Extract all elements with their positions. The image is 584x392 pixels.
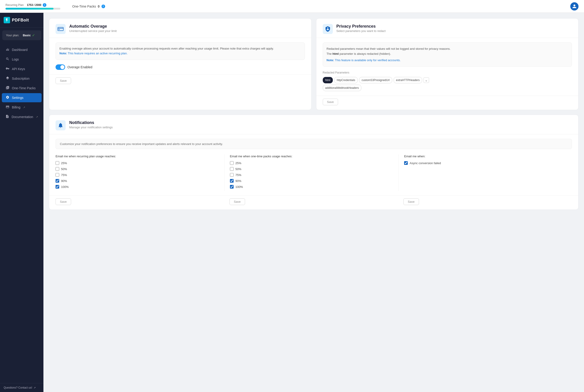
sidebar-item-one-time-packs[interactable]: One-Time Packs [2,84,42,93]
plan-name: Basic [23,34,31,37]
notifications-footer: Save Save Save [49,196,578,210]
checkbox-col1-25[interactable] [56,161,59,165]
overage-card-footer: Save [49,74,311,88]
checkbox-col2-25[interactable] [230,161,234,165]
sidebar-label-documentation: Documentation [12,115,33,119]
credit-card-icon [58,27,64,31]
checkbox-col2-75[interactable] [230,173,234,177]
stack-icon [6,86,10,90]
notifications-info-box: Customize your notification preferences … [56,139,572,149]
checkbox-col2-50[interactable] [230,167,234,171]
privacy-html-param: html [333,52,339,56]
notifications-card-icon [56,120,66,130]
overage-info-box: Enabling overage allows your account to … [56,42,305,60]
main-content: Automatic Overage Uninterrupted service … [44,13,584,392]
layers-icon [6,76,10,81]
overage-save-button[interactable]: Save [56,78,71,84]
checkbox-col1-90-label: 90% [61,179,67,183]
privacy-card-icon [323,24,333,34]
notif-col2-option-50: 50% [230,167,393,171]
checkbox-col2-100[interactable] [230,185,234,188]
sidebar-label-logs: Logs [12,58,19,61]
privacy-title: Privacy Preferences [337,24,386,29]
checkbox-col1-90[interactable] [56,179,59,183]
notif-col1-option-100: 100% [56,185,219,188]
recurring-info-icon[interactable]: i [43,3,46,7]
toggle-row: Overage Enabled [56,64,305,70]
logo-icon [4,17,10,23]
checkbox-col3-async-label: Async conversion failed [410,162,441,165]
tag-html: html [323,77,333,83]
sidebar-item-api-keys[interactable]: API Keys [2,64,42,74]
privacy-save-button[interactable]: Save [323,99,338,105]
overage-card-icon [56,24,66,34]
logo-text: PDFBolt [12,18,29,22]
notifications-save-button-1[interactable]: Save [56,198,71,205]
overage-card: Automatic Overage Uninterrupted service … [49,18,312,110]
notifications-title: Notifications [69,120,113,125]
user-icon [572,4,577,9]
overage-toggle[interactable] [56,64,65,70]
onetime-info-icon[interactable]: i [102,4,105,8]
sidebar-label-settings: Settings [12,96,24,100]
search-icon [6,57,10,62]
checkbox-col1-100[interactable] [56,185,59,188]
privacy-html-note-prefix: The [327,52,333,56]
notifications-card: Notifications Manage your notification s… [49,114,578,210]
privacy-subtitle: Select parameters you want to redact [337,29,386,33]
toggle-label: Overage Enabled [67,65,92,69]
notif-col3-option-async: Async conversion failed [404,161,567,165]
privacy-html-note2: parameter is always redacted (hidden). [339,52,391,56]
notifications-columns: Email me when recurring plan usage reach… [56,154,572,191]
sidebar-item-subscription[interactable]: Subscription [2,74,42,83]
checkbox-col3-async[interactable] [404,161,408,165]
privacy-html-note: The html parameter is always redacted (h… [327,51,568,56]
plan-check-icon: ✓ [32,33,35,38]
checkbox-col2-90[interactable] [230,179,234,183]
progress-bar [6,8,60,10]
contact-text: Questions? Contact us! [4,386,32,389]
sidebar-label-subscription: Subscription [12,77,30,80]
sidebar-item-settings[interactable]: Settings [2,93,42,102]
checkbox-col2-75-label: 75% [235,173,241,177]
notif-col2-option-25: 25% [230,161,393,165]
notifications-title-area: Notifications Manage your notification s… [69,120,113,129]
notif-col-1: Email me when recurring plan usage reach… [56,154,224,191]
privacy-title-area: Privacy Preferences Select parameters yo… [337,24,386,33]
tags-row: html httpCredentials customS3PresignedUr… [323,77,572,83]
checkbox-col1-75-label: 75% [61,173,67,177]
topbar: Recurring Plan 1753 / 2000 i One-Time Pa… [0,0,584,13]
sidebar-item-dashboard[interactable]: Dashboard [2,45,42,54]
recurring-count: 1753 / 2000 [27,4,41,6]
checkbox-col1-50-label: 50% [61,167,67,171]
tags-expand-button[interactable]: ⌄ [424,78,429,83]
privacy-card: Privacy Preferences Select parameters yo… [316,18,579,110]
sidebar-item-billing[interactable]: Billing ↗ [2,103,42,112]
checkbox-col1-100-label: 100% [61,185,69,188]
checkbox-col1-50[interactable] [56,167,59,171]
privacy-note-text: This feature is available only for verif… [335,58,401,62]
topbar-left: Recurring Plan 1753 / 2000 i One-Time Pa… [6,3,563,10]
gear-icon [6,96,10,100]
card-icon [6,105,10,110]
docs-external-icon: ↗ [36,116,38,118]
onetime-section: One-Time Packs 0 i [72,4,105,8]
svg-rect-0 [58,28,63,31]
notif-col1-option-25: 25% [56,161,219,165]
notif-col1-option-75: 75% [56,173,219,177]
app-body: PDFBolt Your plan: Basic ✓ Dashboard Log… [0,13,584,392]
avatar[interactable] [570,2,578,10]
notifications-save-button-3[interactable]: Save [403,198,419,205]
tag-customs3: customS3PresignedUrl [359,77,392,83]
notifications-save-button-2[interactable]: Save [229,198,245,205]
contact-link[interactable]: Questions? Contact us! ↗ [4,386,40,389]
top-cards-row: Automatic Overage Uninterrupted service … [49,18,578,110]
sidebar-item-documentation[interactable]: Documentation ↗ [2,112,42,122]
notif-col-2: Email me when one-time packs usage reach… [224,154,399,191]
sidebar-item-logs[interactable]: Logs [2,55,42,64]
checkbox-col1-75[interactable] [56,173,59,177]
notifications-info-text: Customize your notification preferences … [60,142,223,146]
key-icon [6,67,10,71]
bell-icon [58,122,64,128]
notif-col2-option-100: 100% [230,185,393,188]
